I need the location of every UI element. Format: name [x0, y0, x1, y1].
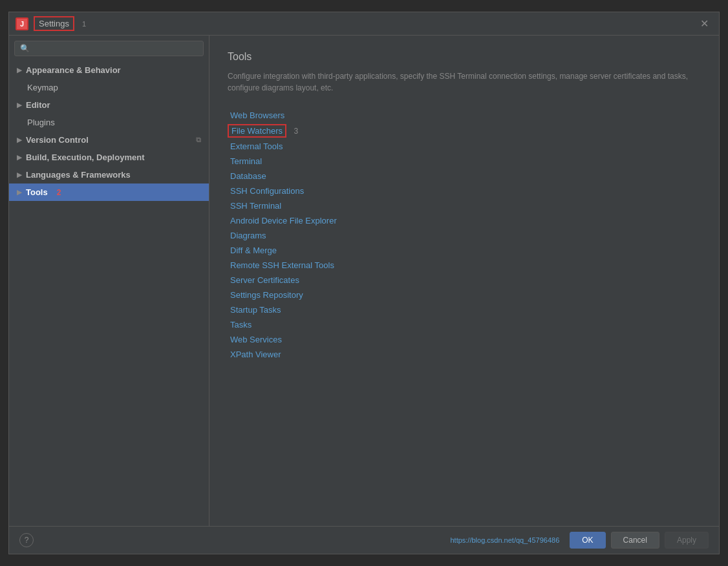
sidebar-item-tools[interactable]: ▶ Tools 2 [9, 183, 209, 201]
footer-left: ? [19, 533, 34, 547]
ok-button[interactable]: OK [570, 532, 605, 549]
sidebar-item-version-control-label: Version Control [26, 135, 89, 145]
expand-arrow-editor: ▶ [17, 101, 22, 109]
tool-item-ssh-configurations: SSH Configurations [228, 185, 701, 197]
tool-item-android-device: Android Device File Explorer [228, 215, 701, 227]
tool-link-diagrams[interactable]: Diagrams [228, 229, 269, 242]
title-annotation: 1 [82, 20, 86, 28]
apply-button[interactable]: Apply [665, 532, 709, 549]
tool-item-settings-repository: Settings Repository [228, 289, 701, 301]
sidebar-item-plugins-label: Plugins [27, 118, 55, 127]
dialog-title: Settings [39, 19, 69, 28]
tool-item-diagrams: Diagrams [228, 229, 701, 242]
footer: ? https://blog.csdn.net/qq_45796486 OK C… [9, 526, 719, 554]
close-button[interactable]: ✕ [696, 17, 712, 30]
sidebar-item-build-label: Build, Execution, Deployment [26, 152, 144, 162]
nav-items: ▶ Appearance & Behavior Keymap ▶ Editor … [9, 61, 209, 526]
tool-item-xpath-viewer: XPath Viewer [228, 348, 701, 361]
settings-dialog: J Settings 1 ✕ ▶ Appearance & Behavior [8, 12, 720, 554]
tool-link-file-watchers[interactable]: File Watchers [228, 124, 286, 138]
search-box [9, 36, 209, 61]
file-watchers-annotation: 3 [294, 127, 299, 136]
footer-right: https://blog.csdn.net/qq_45796486 OK Can… [450, 532, 709, 549]
title-bar: J Settings 1 ✕ [9, 12, 719, 36]
tool-link-database[interactable]: Database [228, 170, 269, 182]
expand-arrow-version-control: ▶ [17, 136, 22, 143]
tool-link-startup-tasks[interactable]: Startup Tasks [228, 304, 284, 316]
sidebar-item-plugins[interactable]: Plugins [9, 114, 209, 131]
tools-list: Web Browsers File Watchers 3 External To… [228, 109, 701, 361]
tool-link-xpath-viewer[interactable]: XPath Viewer [228, 348, 284, 361]
tool-item-remote-ssh: Remote SSH External Tools [228, 259, 701, 271]
tool-item-diff-merge: Diff & Merge [228, 244, 701, 257]
sidebar-item-editor-label: Editor [26, 100, 50, 110]
expand-arrow-tools: ▶ [17, 189, 22, 196]
tool-link-android-device[interactable]: Android Device File Explorer [228, 215, 339, 227]
tools-annotation: 2 [57, 188, 61, 197]
sidebar-item-appearance[interactable]: ▶ Appearance & Behavior [9, 61, 209, 79]
tool-link-external-tools[interactable]: External Tools [228, 140, 285, 152]
main-content: ▶ Appearance & Behavior Keymap ▶ Editor … [9, 36, 719, 526]
sidebar-item-editor[interactable]: ▶ Editor [9, 96, 209, 114]
tool-link-tasks[interactable]: Tasks [228, 319, 254, 331]
cancel-button[interactable]: Cancel [611, 532, 659, 549]
search-input[interactable] [14, 41, 204, 56]
tool-item-database: Database [228, 170, 701, 182]
right-panel: Tools Configure integration with third-p… [209, 36, 719, 526]
sidebar: ▶ Appearance & Behavior Keymap ▶ Editor … [9, 36, 209, 526]
sidebar-item-version-control[interactable]: ▶ Version Control ⧉ [9, 131, 209, 149]
title-bar-left: J Settings 1 [16, 16, 86, 31]
tool-link-server-certificates[interactable]: Server Certificates [228, 274, 302, 286]
tool-link-remote-ssh[interactable]: Remote SSH External Tools [228, 259, 337, 271]
tool-link-web-browsers[interactable]: Web Browsers [228, 109, 287, 121]
copy-icon: ⧉ [196, 136, 201, 144]
expand-arrow-appearance: ▶ [17, 67, 22, 74]
footer-url: https://blog.csdn.net/qq_45796486 [450, 536, 559, 544]
tool-item-terminal: Terminal [228, 155, 701, 167]
tool-link-web-services[interactable]: Web Services [228, 333, 284, 346]
tool-item-startup-tasks: Startup Tasks [228, 304, 701, 316]
tool-item-external-tools: External Tools [228, 140, 701, 152]
tool-link-settings-repository[interactable]: Settings Repository [228, 289, 306, 301]
tool-link-ssh-terminal[interactable]: SSH Terminal [228, 200, 284, 212]
sidebar-item-tools-label: Tools [26, 187, 48, 197]
tool-item-tasks: Tasks [228, 319, 701, 331]
sidebar-item-build[interactable]: ▶ Build, Execution, Deployment [9, 149, 209, 166]
sidebar-item-languages[interactable]: ▶ Languages & Frameworks [9, 166, 209, 183]
sidebar-item-appearance-label: Appearance & Behavior [26, 65, 121, 75]
tool-item-file-watchers: File Watchers 3 [228, 124, 701, 138]
tool-link-terminal[interactable]: Terminal [228, 155, 264, 167]
app-icon: J [16, 17, 28, 30]
tool-link-diff-merge[interactable]: Diff & Merge [228, 244, 279, 257]
sidebar-item-languages-label: Languages & Frameworks [26, 170, 131, 180]
tool-link-ssh-configurations[interactable]: SSH Configurations [228, 185, 306, 197]
tool-item-web-services: Web Services [228, 333, 701, 346]
tool-item-web-browsers: Web Browsers [228, 109, 701, 121]
dialog-title-box: Settings [34, 16, 74, 31]
tool-item-server-certificates: Server Certificates [228, 274, 701, 286]
sidebar-item-keymap[interactable]: Keymap [9, 79, 209, 96]
panel-description: Configure integration with third-party a… [228, 70, 701, 94]
tool-item-ssh-terminal: SSH Terminal [228, 200, 701, 212]
expand-arrow-languages: ▶ [17, 171, 22, 178]
sidebar-item-keymap-label: Keymap [27, 83, 58, 92]
help-button[interactable]: ? [19, 533, 34, 547]
expand-arrow-build: ▶ [17, 154, 22, 161]
panel-title: Tools [228, 51, 701, 63]
